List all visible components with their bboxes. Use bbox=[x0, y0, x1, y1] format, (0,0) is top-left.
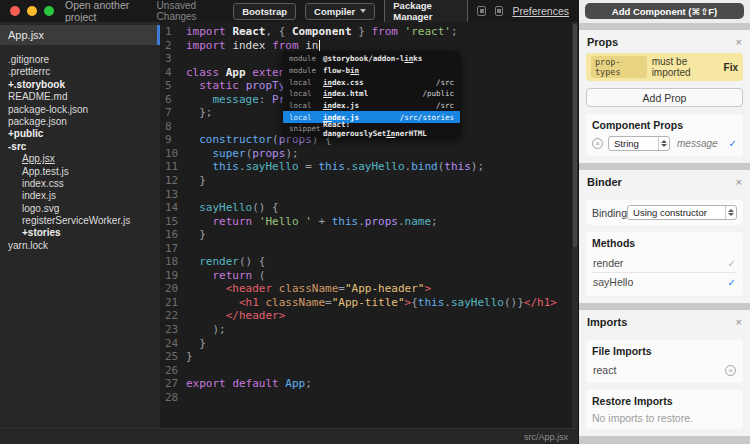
file-item[interactable]: registerServiceWorker.js bbox=[0, 215, 160, 227]
editor-scrollbar[interactable] bbox=[572, 22, 578, 428]
file-item[interactable]: package-lock.json bbox=[0, 104, 160, 116]
line-number: 14 bbox=[160, 201, 186, 215]
file-item[interactable]: yarn.lock bbox=[0, 240, 160, 252]
autocomplete-item[interactable]: localindex.js/src bbox=[283, 100, 460, 112]
line-content: sayHello() { bbox=[186, 201, 578, 215]
method-name: render bbox=[593, 257, 623, 269]
line-content: ); bbox=[186, 323, 578, 337]
line-number: 3 bbox=[160, 52, 186, 66]
line-content: } bbox=[186, 350, 578, 364]
file-item[interactable]: App.test.js bbox=[0, 166, 160, 178]
workspace: App.jsx .gitignore.prettierrc+.storybook… bbox=[0, 22, 578, 428]
close-icon[interactable]: × bbox=[736, 317, 742, 327]
file-item[interactable]: +public bbox=[0, 128, 160, 140]
code-line: 22 </header> bbox=[160, 309, 578, 323]
binding-select[interactable]: Using constructor bbox=[627, 205, 737, 220]
fix-button[interactable]: Fix bbox=[724, 62, 738, 73]
main-column: Open another project Unsaved Changes Boo… bbox=[0, 0, 578, 444]
autocomplete-name: flow-bin bbox=[323, 66, 359, 75]
file-item[interactable]: index.js bbox=[0, 190, 160, 202]
file-item[interactable]: index.css bbox=[0, 178, 160, 190]
prop-check-icon[interactable]: ✓ bbox=[729, 138, 737, 149]
line-number: 5 bbox=[160, 79, 186, 93]
autocomplete-kind: snippet bbox=[289, 124, 323, 133]
add-component-button[interactable]: Add Component (⌘⇧F) bbox=[585, 3, 744, 19]
autocomplete-kind: local bbox=[289, 113, 323, 122]
line-number: 24 bbox=[160, 337, 186, 351]
line-content: import React, { Component } from 'react'… bbox=[186, 25, 578, 39]
unsaved-changes-status: Unsaved Changes bbox=[157, 0, 225, 22]
close-window-button[interactable] bbox=[10, 6, 20, 16]
binder-section-header: Binder × bbox=[586, 174, 743, 193]
preferences-link[interactable]: Preferences bbox=[512, 5, 569, 17]
method-row[interactable]: sayHello✓ bbox=[592, 273, 737, 291]
restore-imports-card: Restore Imports No imports to restore. bbox=[586, 390, 743, 429]
file-item[interactable]: App.jsx bbox=[0, 153, 160, 165]
close-icon[interactable]: × bbox=[736, 37, 742, 47]
restore-imports-empty: No imports to restore. bbox=[592, 412, 737, 424]
file-item[interactable]: -src bbox=[0, 141, 160, 153]
line-content: export default App; bbox=[186, 377, 578, 391]
line-number: 6 bbox=[160, 93, 186, 107]
check-icon[interactable]: ✓ bbox=[728, 258, 736, 269]
autocomplete-kind: module bbox=[289, 66, 323, 75]
bootstrap-button[interactable]: Bootstrap bbox=[233, 3, 296, 20]
methods-card: Methods render✓sayHello✓ bbox=[586, 232, 743, 296]
line-content bbox=[186, 364, 578, 378]
prop-types-chip: prop-types bbox=[591, 56, 647, 78]
autocomplete-item[interactable]: localindex.css/src bbox=[283, 76, 460, 88]
autocomplete-item[interactable]: localindex.html/public bbox=[283, 88, 460, 100]
panel-toggle-right-icon[interactable] bbox=[495, 6, 504, 16]
file-item[interactable]: package.json bbox=[0, 116, 160, 128]
autocomplete-item[interactable]: module@storybook/addon-links bbox=[283, 53, 460, 65]
line-number: 8 bbox=[160, 120, 186, 134]
autocomplete-item[interactable]: moduleflow-bin bbox=[283, 65, 460, 77]
close-icon[interactable]: × bbox=[736, 177, 742, 187]
inspector-panel: Add Component (⌘⇧F) Props × prop-types m… bbox=[578, 0, 750, 444]
compiler-dropdown-button[interactable]: Compiler bbox=[305, 3, 375, 20]
autocomplete-item[interactable]: snippetReact: dangerouslySetInnerHTML bbox=[283, 123, 460, 135]
file-item[interactable]: logo.svg bbox=[0, 203, 160, 215]
prop-type-select[interactable]: String bbox=[608, 136, 670, 151]
title-bar: Open another project Unsaved Changes Boo… bbox=[0, 0, 578, 22]
panel-toggle-left-icon[interactable] bbox=[477, 6, 486, 16]
check-icon[interactable]: ✓ bbox=[728, 277, 736, 288]
line-content: return 'Hello ' + this.props.name; bbox=[186, 215, 578, 229]
code-editor[interactable]: 1import React, { Component } from 'react… bbox=[160, 22, 578, 428]
line-number: 27 bbox=[160, 377, 186, 391]
file-item[interactable]: +.storybook bbox=[0, 79, 160, 91]
select-stepper-icon bbox=[658, 137, 669, 150]
zoom-window-button[interactable] bbox=[44, 6, 54, 16]
autocomplete-path: /src bbox=[436, 101, 454, 110]
line-content: } bbox=[186, 228, 578, 242]
imports-title: Imports bbox=[587, 316, 627, 328]
remove-import-icon[interactable]: × bbox=[725, 365, 736, 376]
autocomplete-name: index.html bbox=[323, 89, 368, 98]
remove-prop-icon[interactable]: × bbox=[592, 138, 603, 149]
line-number: 1 bbox=[160, 25, 186, 39]
line-number: 28 bbox=[160, 391, 186, 405]
file-item[interactable]: README.md bbox=[0, 91, 160, 103]
method-row[interactable]: render✓ bbox=[592, 254, 737, 273]
component-props-title: Component Props bbox=[592, 119, 737, 131]
line-number: 19 bbox=[160, 269, 186, 283]
file-item[interactable]: +stories bbox=[0, 227, 160, 239]
props-section: Props × prop-types must be imported Fix … bbox=[579, 30, 750, 163]
line-content: this.sayHello = this.sayHello.bind(this)… bbox=[186, 160, 578, 174]
file-item[interactable]: .prettierrc bbox=[0, 66, 160, 78]
active-file-tab[interactable]: App.jsx bbox=[0, 25, 160, 45]
add-prop-button[interactable]: Add Prop bbox=[586, 88, 743, 107]
method-name: sayHello bbox=[593, 276, 633, 288]
line-number: 10 bbox=[160, 147, 186, 161]
minimize-window-button[interactable] bbox=[27, 6, 37, 16]
autocomplete-popup: module@storybook/addon-linksmoduleflow-b… bbox=[283, 51, 460, 137]
autocomplete-kind: module bbox=[289, 54, 323, 63]
line-number: 9 bbox=[160, 133, 186, 147]
scrollbar-thumb[interactable] bbox=[573, 24, 577, 247]
file-item[interactable]: .gitignore bbox=[0, 54, 160, 66]
binding-card: Binding Using constructor bbox=[586, 200, 743, 225]
open-another-project-link[interactable]: Open another project bbox=[65, 0, 157, 23]
autocomplete-name: index.css bbox=[323, 78, 364, 87]
code-line: 12 } bbox=[160, 174, 578, 188]
panel-toggle-inner bbox=[497, 9, 501, 13]
